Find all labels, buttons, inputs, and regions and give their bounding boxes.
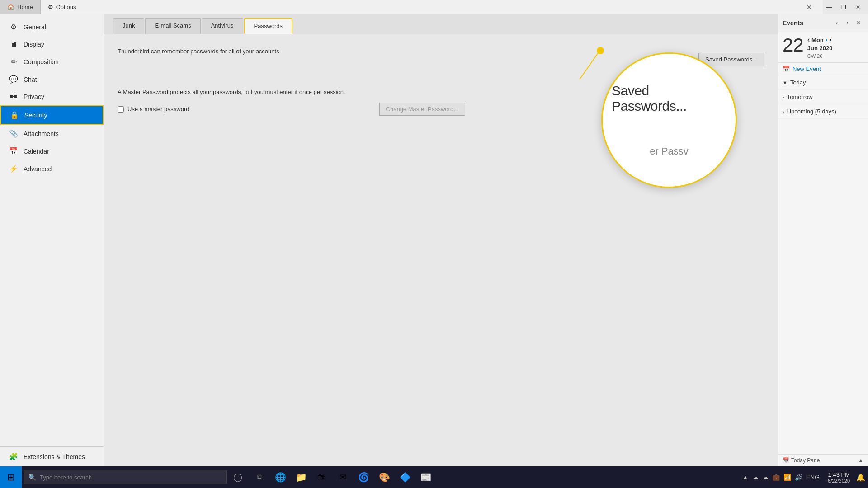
saved-passwords-button[interactable]: Saved Passwords...	[698, 53, 764, 66]
taskbar-app-6[interactable]: 🎨	[374, 466, 394, 488]
taskbar-app-store[interactable]: 🛍	[312, 466, 332, 488]
taskbar-app-ie[interactable]: 🌐	[270, 466, 290, 488]
sidebar-item-chat[interactable]: 💬 Chat	[0, 70, 104, 88]
today-pane-icon: 📅	[783, 457, 789, 464]
use-master-password-row: Use a master password	[118, 106, 189, 113]
window-close-button[interactable]: ✕	[852, 3, 864, 12]
time-display: 1:43 PM	[828, 471, 850, 478]
taskbar-app-8[interactable]: 📰	[416, 466, 436, 488]
calendar-month-year: Jun 2020	[807, 45, 833, 52]
sidebar-item-attachments[interactable]: 📎 Attachments	[0, 125, 104, 142]
onedrive2-icon[interactable]: ☁	[761, 474, 769, 481]
sidebar-item-label: Privacy	[24, 93, 44, 100]
upcoming-arrow: ›	[783, 109, 784, 114]
use-master-password-label: Use a master password	[127, 106, 189, 113]
new-event-button[interactable]: 📅 New Event	[778, 63, 868, 75]
events-upcoming-item[interactable]: › Upcoming (5 days)	[778, 104, 868, 119]
date-display: 6/22/2020	[828, 478, 850, 483]
tab-junk[interactable]: Junk	[113, 18, 144, 34]
wifi-icon[interactable]: 📶	[783, 474, 792, 481]
taskbar-app-chrome[interactable]: 🌀	[354, 466, 373, 488]
lock-icon: 🔒	[10, 111, 19, 119]
calendar-day-number: 22	[783, 36, 804, 55]
sidebar-item-label: Composition	[24, 58, 59, 66]
today-arrow: ▼	[783, 80, 788, 85]
events-panel: Events ‹ › ✕ 22 ‹ Mon ● › Jun 2020 CW 26	[778, 14, 868, 466]
options-gear-icon: ⚙	[48, 4, 53, 10]
tab-antivirus[interactable]: Antivirus	[202, 18, 243, 34]
events-panel-title: Events	[783, 19, 803, 27]
extensions-label: Extensions & Themes	[24, 453, 85, 460]
content-area: Junk E-mail Scams Antivirus Passwords Th…	[104, 14, 778, 466]
use-master-password-checkbox[interactable]	[118, 106, 124, 113]
window-controls: — ❐ ✕	[823, 3, 868, 12]
calendar-nav-row: ‹ Mon ● ›	[807, 36, 833, 44]
extensions-icon: 🧩	[9, 452, 18, 461]
extensions-themes-item[interactable]: 🧩 Extensions & Themes	[9, 452, 94, 461]
minimize-button[interactable]: —	[823, 3, 835, 12]
volume-icon[interactable]: 🔊	[794, 474, 803, 481]
taskbar-app-mail[interactable]: ✉	[333, 466, 353, 488]
sidebar-item-label: Attachments	[24, 130, 59, 137]
chat-icon: 💬	[9, 75, 18, 84]
privacy-icon: 🕶	[9, 93, 18, 101]
taskbar-app-7[interactable]: 🔷	[395, 466, 415, 488]
sidebar-footer[interactable]: 🧩 Extensions & Themes	[0, 446, 104, 466]
sidebar-item-calendar[interactable]: 📅 Calendar	[0, 142, 104, 160]
sidebar-item-label: Chat	[24, 76, 37, 83]
start-button[interactable]: ⊞	[0, 466, 22, 488]
onedrive-icon[interactable]: ☁	[751, 474, 760, 481]
calendar-icon: 📅	[9, 147, 18, 155]
home-window-title[interactable]: 🏠 Home	[0, 0, 41, 14]
attachments-icon: 📎	[9, 129, 18, 138]
options-close-button[interactable]: ✕	[803, 1, 816, 14]
search-icon: 🔍	[28, 474, 36, 481]
display-icon: 🖥	[9, 40, 18, 48]
description-text: Thunderbird can remember passwords for a…	[118, 48, 764, 55]
maximize-button[interactable]: ❐	[837, 3, 850, 12]
sidebar-item-security[interactable]: 🔒 Security	[0, 105, 104, 125]
taskbar-clock[interactable]: 1:43 PM 6/22/2020	[824, 471, 854, 483]
calendar-day-name: Mon	[811, 37, 824, 43]
events-close-button[interactable]: ✕	[854, 18, 863, 28]
events-tomorrow-item[interactable]: › Tomorrow	[778, 90, 868, 104]
events-next-button[interactable]: ›	[843, 18, 853, 28]
cal-next-btn[interactable]: ›	[830, 36, 832, 44]
notification-center-button[interactable]: 🔔	[854, 466, 868, 488]
saved-passwords-section: Saved Passwords...	[118, 66, 764, 66]
cal-prev-btn[interactable]: ‹	[807, 36, 810, 44]
today-pane-chevron: ▲	[858, 457, 863, 464]
taskbar-app-explorer[interactable]: 📁	[291, 466, 311, 488]
language-indicator[interactable]: ENG	[805, 474, 821, 481]
gear-icon: ⚙	[9, 23, 18, 31]
sidebar-spacer	[0, 178, 104, 446]
calendar-cw: CW 26	[807, 53, 833, 59]
master-password-description: A Master Password protects all your pass…	[118, 89, 764, 95]
events-today-item[interactable]: ▼ Today	[778, 75, 868, 90]
search-placeholder-text: Type here to search	[40, 474, 92, 481]
sidebar-item-advanced[interactable]: ⚡ Advanced	[0, 160, 104, 178]
master-password-section: A Master Password protects all your pass…	[118, 89, 764, 116]
sidebar-item-composition[interactable]: ✏ Composition	[0, 53, 104, 70]
briefcase-icon[interactable]: 💼	[771, 474, 781, 481]
cal-dot-btn[interactable]: ●	[826, 38, 828, 42]
tomorrow-arrow: ›	[783, 94, 784, 100]
sidebar-item-display[interactable]: 🖥 Display	[0, 36, 104, 53]
calendar-day-info: ‹ Mon ● › Jun 2020 CW 26	[807, 36, 833, 59]
zoom-circle: Saved Passwords... er Passv	[601, 52, 737, 188]
today-pane-footer[interactable]: 📅 Today Pane ▲	[778, 454, 868, 466]
sidebar-item-privacy[interactable]: 🕶 Privacy	[0, 88, 104, 105]
events-prev-button[interactable]: ‹	[832, 18, 842, 28]
cortana-button[interactable]: ◯	[227, 466, 249, 488]
task-view-button[interactable]: ⧉	[249, 466, 270, 488]
show-hidden-icons[interactable]: ▲	[741, 474, 750, 481]
search-bar[interactable]: 🔍 Type here to search	[24, 470, 227, 484]
options-window-title: ⚙ Options ✕	[41, 0, 823, 14]
system-tray: ▲ ☁ ☁ 💼 📶 🔊 ENG	[738, 474, 824, 481]
upcoming-label: Upcoming (5 days)	[787, 108, 836, 115]
sidebar-item-general[interactable]: ⚙ General	[0, 18, 104, 36]
change-master-password-button[interactable]: Change Master Password...	[379, 103, 465, 116]
tab-passwords[interactable]: Passwords	[244, 18, 293, 34]
tab-email-scams[interactable]: E-mail Scams	[145, 18, 200, 34]
sidebar-item-label: Security	[24, 112, 47, 119]
